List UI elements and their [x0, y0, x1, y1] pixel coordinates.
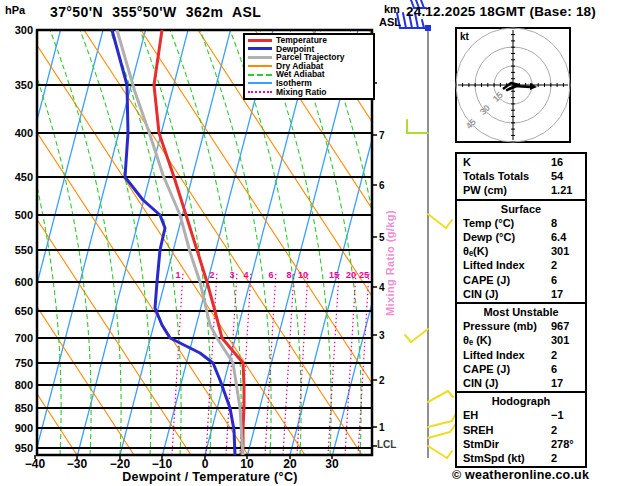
wind-barb [428, 214, 452, 228]
table-row-label: CIN (J) [463, 287, 551, 301]
legend-item: Mixing Ratio [245, 88, 373, 97]
table-row: Dewp (°C)6.4 [457, 230, 585, 244]
table-row-value: −1 [551, 408, 581, 422]
mixing-ratio-label: 15 [329, 270, 339, 280]
temp-tick-label: −40 [25, 457, 46, 471]
mixing-ratio-label: 8 [286, 270, 291, 280]
wet-adiabat-line [170, 30, 241, 455]
temp-tick-label: −30 [67, 457, 88, 471]
table-row: Lifted Index2 [457, 258, 585, 272]
km-tick-label: 1 [379, 422, 385, 433]
pressure-tick-label: 800 [15, 379, 33, 391]
lcl-marker-label: LCL [377, 439, 396, 450]
table-row: Lifted Index2 [457, 348, 585, 362]
isotherm-line [0, 30, 18, 455]
station-title: 37°50'N 355°50'W 362m ASL [50, 4, 261, 20]
pressure-tick-label: 500 [15, 209, 33, 221]
mixing-ratio-label: 3 [229, 270, 234, 280]
dewpoint-curve [112, 30, 235, 455]
table-row-label: EH [463, 408, 551, 422]
pressure-tick-label: 950 [15, 442, 33, 454]
table-row-label: θₑ (K) [463, 333, 551, 347]
pressure-tick-label: 650 [15, 305, 33, 317]
pressure-tick-label: 700 [15, 332, 33, 344]
legend-line-sample [248, 91, 272, 93]
legend-line-sample [248, 74, 272, 76]
table-row-value: 54 [551, 169, 581, 183]
table-section: K16Totals Totals54PW (cm)1.21 [457, 154, 585, 199]
temp-tick-label: −10 [152, 457, 173, 471]
table-section: Most UnstablePressure (mb)967θₑ (K)301Li… [457, 302, 585, 391]
legend-line-sample [248, 39, 272, 42]
table-row-label: Temp (°C) [463, 216, 551, 230]
table-row: PW (cm)1.21 [457, 183, 585, 197]
wind-barb [405, 329, 428, 342]
table-row-label: Totals Totals [463, 169, 551, 183]
table-row-value: 6 [551, 273, 581, 287]
dry-adiabat-line [597, 30, 629, 455]
table-row: Pressure (mb)967 [457, 319, 585, 333]
wet-adiabat-line [0, 30, 31, 455]
table-row-value: 2 [551, 423, 581, 437]
sounding-indices-table: K16Totals Totals54PW (cm)1.21SurfaceTemp… [455, 152, 587, 468]
table-row-value: 6.4 [551, 230, 581, 244]
pressure-axis-unit: hPa [5, 4, 25, 16]
table-row: Temp (°C)8 [457, 216, 585, 230]
table-row-label: Lifted Index [463, 348, 551, 362]
table-row-value: 6 [551, 362, 581, 376]
wind-barb [428, 413, 456, 427]
table-row-label: Dewp (°C) [463, 230, 551, 244]
pressure-tick-label: 600 [15, 276, 33, 288]
table-row-value: 967 [551, 319, 581, 333]
pressure-tick-label: 400 [15, 127, 33, 139]
table-row-label: CIN (J) [463, 376, 551, 390]
table-row: CIN (J)17 [457, 287, 585, 301]
pressure-tick-label: 750 [15, 357, 33, 369]
table-row-label: Pressure (mb) [463, 319, 551, 333]
wet-adiabat-line [50, 30, 121, 455]
wet-adiabat-line [20, 30, 91, 455]
table-row-label: PW (cm) [463, 183, 551, 197]
table-row-label: K [463, 155, 551, 169]
table-row: CAPE (J)6 [457, 362, 585, 376]
temp-tick-label: 0 [202, 457, 209, 471]
wind-barb [407, 120, 428, 133]
table-row-label: StmDir [463, 437, 551, 451]
legend-line-sample [248, 56, 272, 59]
table-row-value: 278° [551, 437, 581, 451]
wet-adiabat-line [110, 30, 181, 455]
table-row: K16 [457, 155, 585, 169]
pressure-tick-label: 900 [15, 422, 33, 434]
legend-line-sample [248, 47, 272, 50]
table-row-value: 1.21 [551, 183, 581, 197]
table-row-value: 301 [551, 244, 581, 258]
km-tick-label: 2 [379, 375, 385, 386]
mixing-ratio-label: 2 [209, 270, 214, 280]
altitude-axis-unit-km: km [384, 3, 400, 15]
table-row-value: 8 [551, 216, 581, 230]
sounding-curves [112, 30, 244, 455]
mixing-ratio-axis-label: Mixing Ratio (g/kg) [384, 173, 396, 353]
km-tick-label: 7 [379, 130, 385, 141]
table-row: CIN (J)17 [457, 376, 585, 390]
altitude-axis-unit-asl: ASL [379, 16, 401, 28]
table-section: SurfaceTemp (°C)8Dewp (°C)6.4θₑ(K)301Lif… [457, 199, 585, 302]
hodograph-unit-label: kt [460, 31, 469, 42]
mixing-ratio-label: 6 [268, 270, 273, 280]
table-row-value: 2 [551, 258, 581, 272]
mixing-ratio-label: 4 [243, 270, 248, 280]
wind-barb [428, 391, 453, 402]
mixing-ratio-label: 25 [359, 270, 369, 280]
table-section-header: Most Unstable [457, 305, 585, 319]
skewt-sounding-app: 3003504004505005506006507007508008509009… [0, 0, 629, 486]
wind-barb [428, 446, 452, 458]
copyright-credit: © weatheronline.co.uk [452, 468, 589, 482]
table-row: θₑ (K)301 [457, 333, 585, 347]
mixing-ratio-label: 10 [298, 270, 308, 280]
table-row: SREH2 [457, 423, 585, 437]
wet-adiabat-line [0, 30, 1, 455]
table-section-header: Hodograph [457, 394, 585, 408]
temp-tick-label: 30 [325, 457, 339, 471]
legend-line-sample [248, 82, 272, 84]
mixing-ratio-label: 1 [175, 270, 180, 280]
